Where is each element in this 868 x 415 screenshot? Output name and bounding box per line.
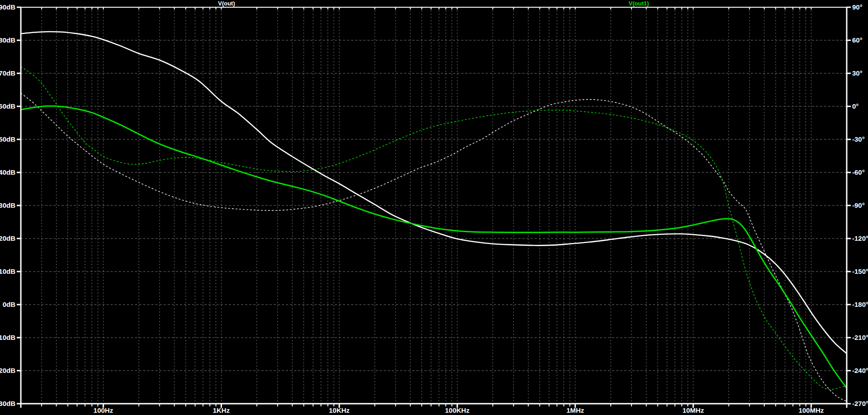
db-axis-label: -20dB bbox=[0, 367, 15, 374]
phase-axis-label: 0° bbox=[852, 102, 858, 110]
phase-axis-label: -240° bbox=[852, 367, 868, 374]
frequency-axis-label: 10KHz bbox=[329, 406, 350, 414]
ltspice-waveform-pane[interactable]: 90dB80dB70dB60dB50dB40dB30dB20dB10dB0dB-… bbox=[0, 0, 868, 415]
legend-trace-vout[interactable]: V(out) bbox=[218, 0, 235, 7]
plot-background bbox=[0, 0, 868, 415]
db-axis-label: 50dB bbox=[0, 135, 15, 143]
db-axis-label: -30dB bbox=[0, 400, 15, 407]
db-axis-label: -10dB bbox=[0, 334, 15, 341]
db-axis-label: 0dB bbox=[3, 301, 16, 308]
db-axis-label: 80dB bbox=[0, 36, 15, 44]
db-axis-label: 20dB bbox=[0, 234, 15, 242]
db-axis-label: 70dB bbox=[0, 69, 15, 77]
phase-axis-label: -60° bbox=[852, 168, 865, 176]
frequency-axis-label: 100Hz bbox=[93, 406, 113, 414]
phase-axis-label: -150° bbox=[852, 267, 868, 275]
db-axis-label: 60dB bbox=[0, 102, 15, 110]
bode-plot-canvas[interactable]: 90dB80dB70dB60dB50dB40dB30dB20dB10dB0dB-… bbox=[0, 0, 868, 415]
frequency-axis-label: 10MHz bbox=[682, 406, 704, 414]
frequency-axis-label: 100KHz bbox=[445, 406, 469, 414]
phase-axis-label: -270° bbox=[852, 400, 868, 407]
phase-axis-label: -30° bbox=[852, 135, 865, 143]
phase-axis-label: -210° bbox=[852, 334, 868, 341]
frequency-axis-label: 1KHz bbox=[213, 406, 230, 414]
db-axis-label: 40dB bbox=[0, 168, 15, 176]
frequency-axis-label: 1MHz bbox=[566, 406, 584, 414]
phase-axis-label: -90° bbox=[852, 201, 865, 209]
frequency-axis-label: 100MHz bbox=[799, 406, 824, 414]
phase-axis-label: -180° bbox=[852, 301, 868, 308]
phase-axis-label: 60° bbox=[852, 36, 863, 44]
legend-trace-vout1[interactable]: V(out1) bbox=[629, 0, 649, 7]
phase-axis-label: 30° bbox=[852, 69, 863, 77]
phase-axis-label: -120° bbox=[852, 234, 868, 242]
phase-axis-label: 90° bbox=[852, 3, 863, 11]
db-axis-label: 10dB bbox=[0, 267, 15, 275]
db-axis-label: 90dB bbox=[0, 3, 15, 11]
db-axis-label: 30dB bbox=[0, 201, 15, 209]
